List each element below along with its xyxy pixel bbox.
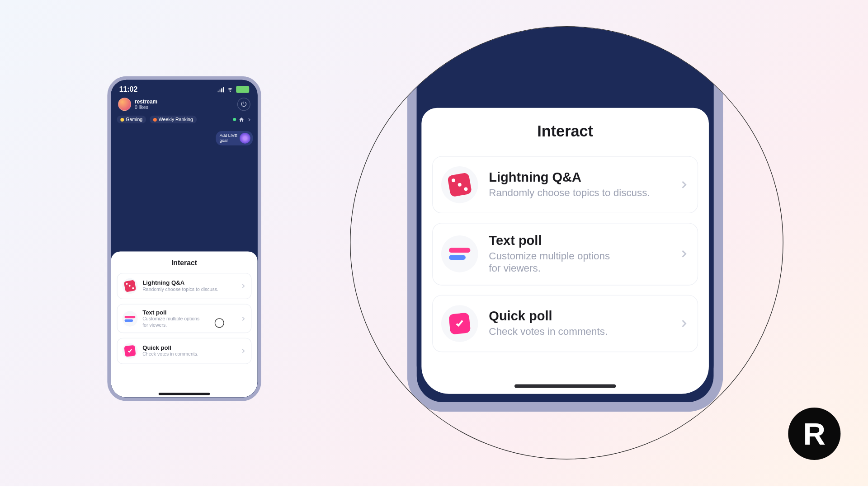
lightning-qa-icon (441, 166, 478, 203)
profile[interactable]: restream 0 likes (118, 98, 157, 111)
interact-panel: Interact Lightning Q&A Randomly choose t… (111, 251, 257, 397)
status-time: 11:02 (119, 85, 137, 94)
power-icon (240, 101, 247, 108)
text-poll-icon (122, 311, 137, 326)
tags-row: Gaming Weekly Ranking (111, 111, 257, 123)
option-text-poll[interactable]: Text poll Customize multiple options for… (432, 223, 698, 285)
chevron-right-icon (240, 315, 246, 321)
option-quick-poll[interactable]: Quick poll Check votes in comments. (432, 295, 698, 352)
text-poll-icon (441, 235, 478, 272)
canvas: 11:02 restream 0 likes (0, 0, 868, 486)
home-indicator (514, 385, 616, 388)
chevron-right-icon (679, 249, 689, 259)
power-button[interactable] (237, 98, 250, 111)
stream-header: restream 0 likes (111, 95, 257, 111)
interact-panel-zoomed: Interact Lightning Q&A Randomly choose t… (421, 108, 709, 394)
chevron-right-icon[interactable] (247, 117, 252, 122)
option-title: Lightning Q&A (142, 280, 218, 286)
chevron-right-icon (679, 318, 689, 329)
status-right (217, 86, 249, 93)
chevron-right-icon (240, 283, 246, 289)
flame-dot-icon (153, 117, 157, 121)
home-icon[interactable] (238, 117, 244, 122)
goal-icon (240, 133, 250, 144)
chip-ranking[interactable]: Weekly Ranking (150, 116, 197, 123)
chip-gaming-label: Gaming (126, 117, 142, 122)
goal-line1: Add LIVE (220, 134, 237, 138)
quick-poll-icon (122, 343, 137, 359)
option-title: Text poll (142, 309, 199, 316)
restream-logo: R (788, 408, 840, 460)
zoomed-phone-frame: Interact Lightning Q&A Randomly choose t… (407, 27, 723, 412)
chevron-right-icon (679, 179, 689, 190)
panel-title: Interact (432, 122, 698, 141)
phone-screen: 11:02 restream 0 likes (111, 80, 257, 398)
goal-line2: goal (220, 138, 237, 143)
option-title: Quick poll (489, 309, 608, 324)
avatar (118, 98, 131, 111)
zoom-circle: Interact Lightning Q&A Randomly choose t… (350, 26, 783, 460)
option-desc: Customize multiple options for viewers. (489, 250, 610, 275)
option-text-poll[interactable]: Text poll Customize multiple options for… (117, 304, 251, 333)
quick-poll-icon (441, 305, 478, 342)
home-indicator (159, 393, 210, 395)
phone-mockup: 11:02 restream 0 likes (107, 76, 261, 401)
status-bar: 11:02 (111, 80, 257, 95)
option-desc: Randomly choose topics to discuss. (489, 187, 650, 199)
option-title: Lightning Q&A (489, 170, 650, 185)
option-desc: Check votes in comments. (142, 352, 198, 358)
profile-likes: 0 likes (135, 104, 157, 110)
chevron-right-icon (240, 348, 246, 354)
lightning-qa-icon (122, 278, 137, 294)
panel-title: Interact (117, 258, 251, 267)
live-dot-icon (233, 118, 236, 121)
battery-icon (236, 86, 249, 93)
option-desc: Customize multiple options for viewers. (142, 316, 199, 328)
option-title: Quick poll (142, 345, 198, 352)
option-quick-poll[interactable]: Quick poll Check votes in comments. (117, 338, 251, 364)
chip-ranking-label: Weekly Ranking (159, 117, 193, 122)
logo-letter: R (803, 416, 826, 451)
option-desc: Randomly choose topics to discuss. (142, 287, 218, 293)
chip-gaming[interactable]: Gaming (117, 116, 146, 123)
add-live-goal[interactable]: Add LIVE goal (216, 131, 253, 145)
wifi-icon (226, 86, 234, 92)
gaming-dot-icon (120, 117, 124, 121)
option-lightning-qa[interactable]: Lightning Q&A Randomly choose topics to … (117, 273, 251, 299)
option-title: Text poll (489, 233, 610, 249)
signal-icon (217, 87, 224, 92)
option-lightning-qa[interactable]: Lightning Q&A Randomly choose topics to … (432, 156, 698, 213)
profile-name: restream (135, 99, 157, 104)
option-desc: Check votes in comments. (489, 325, 608, 338)
